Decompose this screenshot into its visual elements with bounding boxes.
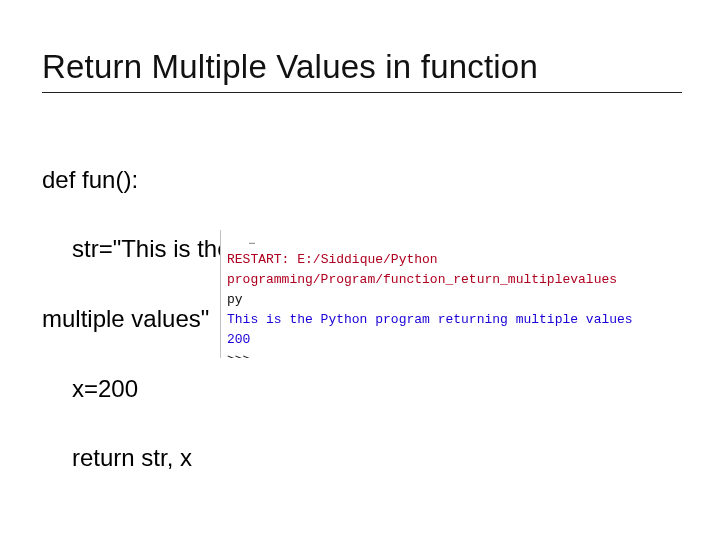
code-line-5: return str, x	[42, 441, 509, 476]
slide: Return Multiple Values in function def f…	[0, 0, 720, 540]
console-ellipsis: …	[249, 234, 720, 250]
title-area: Return Multiple Values in function	[42, 48, 700, 93]
restart-label: RESTART:	[227, 252, 289, 267]
code-line-4: x=200	[42, 372, 509, 407]
console-prompt: >>>	[227, 350, 720, 358]
blank-line	[42, 511, 509, 540]
slide-title: Return Multiple Values in function	[42, 48, 682, 93]
console-out-1: This is the Python program returning mul…	[227, 310, 720, 330]
code-line-1: def fun():	[42, 163, 509, 198]
console-out-2: 200	[227, 330, 720, 350]
console-restart-line: RESTART: E:/Siddique/Python programming/…	[227, 250, 720, 290]
console-output: … RESTART: E:/Siddique/Python programmin…	[220, 230, 720, 358]
console-ext-line: py	[227, 290, 720, 310]
